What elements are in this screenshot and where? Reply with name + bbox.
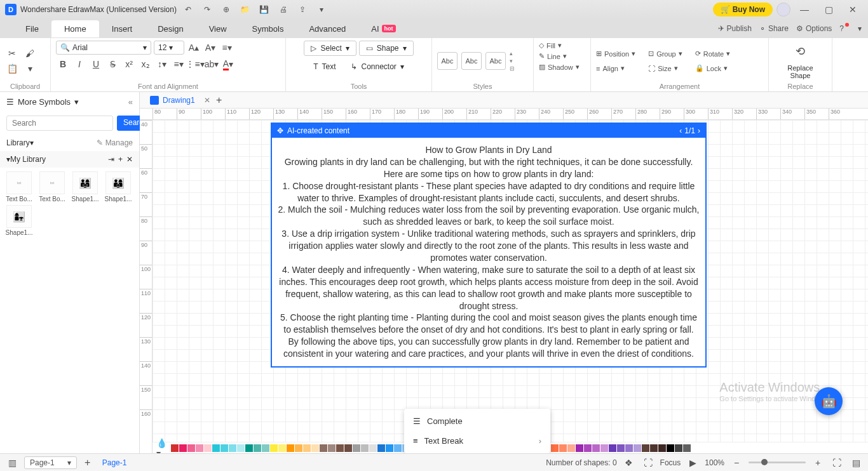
group-button[interactable]: ⊡ Group▾ xyxy=(648,49,682,58)
manage-button[interactable]: ✎ Manage xyxy=(97,138,133,147)
tab-add-icon[interactable]: + xyxy=(213,94,226,107)
eyedropper-icon[interactable]: 💧▾ xyxy=(156,441,170,454)
color-swatch[interactable] xyxy=(377,444,385,452)
hamburger-icon[interactable]: ☰ xyxy=(6,97,14,107)
select-tool[interactable]: ▷ Select ▾ xyxy=(304,41,356,56)
style-down-icon[interactable]: ▾ xyxy=(510,58,515,64)
fill-button[interactable]: ◇ Fill▾ xyxy=(539,41,585,50)
avatar[interactable] xyxy=(776,3,790,17)
color-swatch[interactable] xyxy=(344,444,352,452)
chat-fab-icon[interactable]: 🤖 xyxy=(815,387,843,415)
import-icon[interactable]: ⇥ xyxy=(108,155,114,164)
style-preset-2[interactable]: Abc xyxy=(461,52,482,70)
color-swatch[interactable] xyxy=(229,444,236,452)
move-icon[interactable]: ✥ xyxy=(277,126,283,135)
font-size-select[interactable]: 12 ▾ xyxy=(154,41,184,55)
color-swatch[interactable] xyxy=(617,444,625,452)
new-icon[interactable]: ⊕ xyxy=(219,2,234,17)
shape-tool[interactable]: ▭ Shape ▾ xyxy=(359,41,414,56)
menu-view[interactable]: View xyxy=(196,20,240,37)
color-swatch[interactable] xyxy=(386,444,393,452)
replace-shape-label[interactable]: Replace Shape xyxy=(787,64,813,79)
tab-close-icon[interactable]: ✕ xyxy=(204,96,210,105)
library-item[interactable]: 👨‍👩‍👦Shape1... xyxy=(103,171,133,202)
text-tool[interactable]: T Text xyxy=(307,60,342,74)
color-swatch[interactable] xyxy=(311,444,319,452)
menu-insert[interactable]: Insert xyxy=(99,20,146,37)
options-button[interactable]: ⚙ Options xyxy=(796,24,832,33)
collapse-sidebar-icon[interactable]: « xyxy=(128,97,133,107)
font-color-icon[interactable]: A▾ xyxy=(221,57,235,71)
color-swatch[interactable] xyxy=(683,444,691,452)
color-swatch[interactable] xyxy=(220,444,228,452)
color-swatch[interactable] xyxy=(609,444,616,452)
color-swatch[interactable] xyxy=(394,444,402,452)
page-tab[interactable]: Page-1 xyxy=(98,457,131,468)
print-icon[interactable]: 🖨 xyxy=(276,2,291,17)
color-swatch[interactable] xyxy=(361,444,369,452)
document-tab[interactable]: Drawing1 xyxy=(144,93,201,107)
share-button[interactable]: ⚬ Share xyxy=(759,24,789,33)
lock-button[interactable]: 🔒 Lock▾ xyxy=(695,63,730,73)
color-swatch[interactable] xyxy=(278,444,286,452)
library-item[interactable]: txtText Bo... xyxy=(4,171,34,202)
menu-home[interactable]: Home xyxy=(51,20,99,37)
help-button[interactable]: ? xyxy=(839,24,850,33)
focus-label[interactable]: Focus xyxy=(660,458,681,467)
replace-shape-icon[interactable]: ⟲ xyxy=(792,43,810,60)
remove-icon[interactable]: ✕ xyxy=(126,155,133,164)
export-icon[interactable]: ⇪ xyxy=(295,2,310,17)
complete-option[interactable]: ☰Complete xyxy=(404,411,550,431)
style-more-icon[interactable]: ⊟ xyxy=(510,65,515,72)
copy-icon[interactable]: 📋 xyxy=(5,62,19,76)
chevron-down-icon[interactable]: ▾ xyxy=(314,2,329,17)
align-icon[interactable]: ≡▾ xyxy=(220,41,234,55)
minimize-icon[interactable]: — xyxy=(794,1,815,18)
color-swatch[interactable] xyxy=(625,444,633,452)
line-button[interactable]: ✎ Line▾ xyxy=(539,51,585,61)
color-swatch[interactable] xyxy=(287,444,294,452)
color-swatch[interactable] xyxy=(187,444,195,452)
ai-box-header[interactable]: ✥ AI-created content ‹1/1› xyxy=(272,124,705,138)
color-swatch[interactable] xyxy=(320,444,327,452)
color-swatch[interactable] xyxy=(336,444,344,452)
panel-icon[interactable]: ▤ xyxy=(849,456,863,470)
library-label[interactable]: Library xyxy=(6,138,30,147)
color-swatch[interactable] xyxy=(237,444,245,452)
my-library-section[interactable]: ▾ My Library⇥+✕ xyxy=(0,151,139,168)
style-up-icon[interactable]: ▴ xyxy=(510,50,515,56)
color-swatch[interactable] xyxy=(634,444,641,452)
format-painter-icon[interactable]: 🖌 xyxy=(23,46,37,60)
symbol-search-input[interactable] xyxy=(6,116,113,131)
save-icon[interactable]: 💾 xyxy=(257,2,272,17)
highlight-icon[interactable]: ab▾ xyxy=(205,57,219,71)
increase-font-icon[interactable]: A▴ xyxy=(187,41,201,55)
library-item[interactable]: 👨‍👩‍👧Shape1... xyxy=(70,171,100,202)
next-icon[interactable]: › xyxy=(698,126,700,135)
maximize-icon[interactable]: ▢ xyxy=(818,1,839,18)
fit-icon[interactable]: ⛶ xyxy=(830,456,844,470)
color-swatch[interactable] xyxy=(171,444,179,452)
canvas[interactable]: ✥ AI-created content ‹1/1› How to Grow P… xyxy=(153,120,868,453)
collapse-ribbon-icon[interactable]: ▾ xyxy=(858,24,862,33)
color-swatch[interactable] xyxy=(642,444,649,452)
library-item[interactable]: txtText Bo... xyxy=(37,171,67,202)
menu-file[interactable]: File xyxy=(13,20,51,37)
subscript-icon[interactable]: x₂ xyxy=(139,57,153,71)
color-swatch[interactable] xyxy=(295,444,302,452)
color-swatch[interactable] xyxy=(551,444,559,452)
color-swatch[interactable] xyxy=(204,444,212,452)
color-swatch[interactable] xyxy=(592,444,600,452)
color-swatch[interactable] xyxy=(328,444,336,452)
color-swatch[interactable] xyxy=(369,444,377,452)
more-symbols-label[interactable]: More Symbols xyxy=(18,97,71,107)
undo-icon[interactable]: ↶ xyxy=(180,2,196,17)
zoom-out-icon[interactable]: − xyxy=(729,456,743,470)
color-swatch[interactable] xyxy=(303,444,311,452)
color-swatch[interactable] xyxy=(567,444,575,452)
zoom-in-icon[interactable]: + xyxy=(811,456,825,470)
line-spacing-icon[interactable]: ≡▾ xyxy=(172,57,186,71)
color-swatch[interactable] xyxy=(179,444,187,452)
shadow-button[interactable]: ▨ Shadow▾ xyxy=(539,62,585,72)
open-icon[interactable]: 📁 xyxy=(238,2,253,17)
